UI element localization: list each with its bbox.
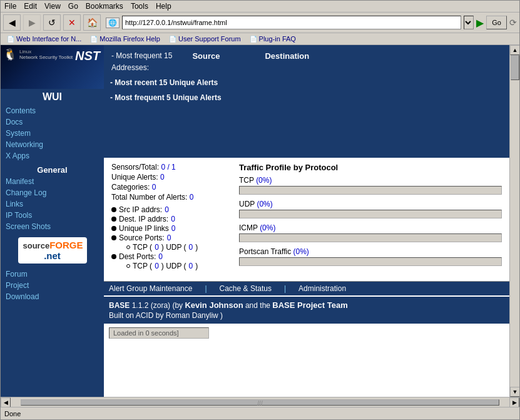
- menu-file[interactable]: File: [4, 2, 16, 11]
- udp-dest-close: ): [195, 262, 198, 270]
- sidebar-general-label: General: [1, 161, 104, 176]
- unique-alerts-line: Unique Alerts: 0: [111, 173, 227, 182]
- sidebar-item-forum[interactable]: Forum: [1, 269, 104, 280]
- stop-button[interactable]: ✕: [63, 14, 81, 31]
- bullet-stats: Src IP addrs: 0 Dest. IP addrs: 0: [111, 205, 227, 270]
- traffic-portscan-pct: (0%): [293, 247, 308, 256]
- penguin-icon: 🐧: [3, 48, 17, 61]
- vscroll-track[interactable]: [510, 55, 519, 387]
- categories-line: Categories: 0: [111, 183, 227, 192]
- sidebar-item-contents[interactable]: Contents: [1, 105, 104, 116]
- status-bar: Done: [1, 407, 519, 419]
- base-by: (by: [172, 301, 185, 310]
- sidebar-item-iptools[interactable]: IP Tools: [1, 210, 104, 221]
- bookmark-web-interface[interactable]: 📄 Web Interface for N...: [3, 34, 85, 43]
- bookmark-firefox-help[interactable]: 📄 Mozilla Firefox Help: [86, 34, 164, 43]
- dest-ports-value: 0: [158, 252, 163, 261]
- hscroll-thumb[interactable]: ///: [21, 399, 499, 406]
- go-button[interactable]: Go: [486, 16, 507, 29]
- src-ip-label: Src IP addrs:: [119, 205, 162, 214]
- base-and: and the: [245, 301, 272, 310]
- bookmark-icon-4: 📄: [250, 36, 257, 43]
- bookmark-icon-1: 📄: [7, 36, 14, 43]
- traffic-udp-pct: (0%): [257, 200, 272, 208]
- sidebar-item-project[interactable]: Project: [1, 280, 104, 291]
- main-content: - Most frequent 15 Source Destination: [104, 45, 509, 397]
- nst-subtitle: Network Security Toolkit: [19, 54, 73, 60]
- sub-bullet-icon-2: [126, 264, 130, 268]
- home-button[interactable]: 🏠: [83, 14, 101, 31]
- browser-window: File Edit View Go Bookmarks Tools Help ◀…: [0, 0, 520, 420]
- play-icon: ▶: [476, 17, 484, 29]
- sep-1: |: [205, 284, 206, 293]
- vscroll-thumb[interactable]: [511, 55, 519, 80]
- vscroll-down-arrow[interactable]: ▼: [510, 387, 519, 397]
- hscroll-right-arrow[interactable]: ▶: [509, 397, 519, 407]
- menu-bookmarks[interactable]: Bookmarks: [86, 2, 123, 11]
- sourceforge-logo[interactable]: sourceFORGE .net: [18, 237, 87, 264]
- total-alerts-value: 0: [190, 193, 194, 202]
- menu-tools[interactable]: Tools: [131, 2, 148, 11]
- menu-go[interactable]: Go: [68, 2, 78, 11]
- forward-button[interactable]: ▶: [23, 14, 41, 31]
- sidebar-item-xapps[interactable]: X Apps: [1, 150, 104, 161]
- source-ports-label: Source Ports:: [119, 233, 165, 242]
- browser-icon: 🌐: [108, 19, 117, 27]
- alert-group-link[interactable]: Alert Group Maintenance: [109, 284, 192, 293]
- sidebar-item-screenshots[interactable]: Screen Shots: [1, 221, 104, 232]
- sidebar-item-docs[interactable]: Docs: [1, 116, 104, 128]
- traffic-icmp-pct: (0%): [260, 223, 275, 232]
- traffic-portscan-bar: [239, 257, 502, 266]
- info-bullet-2: - Most recent 15 Unique Alerts: [110, 78, 503, 87]
- sidebar-item-links[interactable]: Links: [1, 198, 104, 210]
- stats-left: Sensors/Total: 0 / 1 Unique Alerts: 0 Ca…: [111, 163, 227, 271]
- sub-bullet-icon-1: [126, 245, 130, 249]
- stats-area: Sensors/Total: 0 / 1 Unique Alerts: 0 Ca…: [104, 158, 509, 276]
- sidebar-item-manifest[interactable]: Manifest: [1, 176, 104, 187]
- cache-status-link[interactable]: Cache & Status: [220, 284, 272, 293]
- traffic-udp-bar: [239, 210, 502, 218]
- traffic-udp: UDP (0%): [239, 200, 502, 218]
- base-version: 1.1.2 (zora): [132, 301, 170, 310]
- udp-dest-value: 0: [189, 262, 193, 270]
- tcp-source-bullet: TCP ( 0 ) UDP ( 0 ): [119, 243, 227, 252]
- tcp-dest-value: 0: [155, 262, 159, 270]
- tcp-source-value: 0: [155, 243, 159, 252]
- refresh-button[interactable]: ↺: [43, 14, 61, 31]
- menu-view[interactable]: View: [44, 2, 61, 11]
- menu-help[interactable]: Help: [156, 2, 171, 11]
- url-input[interactable]: [122, 16, 461, 29]
- sidebar-item-download[interactable]: Download: [1, 291, 104, 302]
- addresses-label: Addresses:: [111, 63, 149, 72]
- menu-edit[interactable]: Edit: [24, 2, 37, 11]
- col-dest-header: Destination: [252, 51, 322, 61]
- administration-link[interactable]: Administration: [298, 284, 346, 293]
- traffic-profile-title: Traffic Profile by Protocol: [239, 163, 502, 172]
- nst-logo-text: NST: [75, 49, 100, 63]
- bookmarks-bar: 📄 Web Interface for N... 📄 Mozilla Firef…: [1, 33, 519, 45]
- bookmark-label-3: User Support Forum: [178, 35, 241, 43]
- unique-alerts-label: Unique Alerts:: [111, 173, 158, 182]
- tcp-dest-bullet: TCP ( 0 ) UDP ( 0 ): [119, 262, 227, 270]
- sensors-total-line: Sensors/Total: 0 / 1: [111, 163, 227, 172]
- sidebar-item-networking[interactable]: Networking: [1, 139, 104, 150]
- unique-ip-label: Unique IP links: [119, 224, 169, 233]
- bookmark-plugin-faq[interactable]: 📄 Plug-in FAQ: [246, 34, 300, 43]
- hscroll-left-arrow[interactable]: ◀: [1, 397, 11, 407]
- vscroll-up-arrow[interactable]: ▲: [510, 45, 519, 55]
- back-button[interactable]: ◀: [3, 14, 21, 31]
- sensors-total-label: Sensors/Total:: [111, 163, 159, 172]
- dest-ports-label: Dest Ports:: [119, 252, 156, 261]
- sidebar-item-changelog[interactable]: Change Log: [1, 187, 104, 198]
- source-ports-value: 0: [167, 233, 171, 242]
- bookmark-support-forum[interactable]: 📄 User Support Forum: [165, 34, 245, 43]
- sidebar-wui-label: WUI: [1, 89, 104, 105]
- url-dropdown[interactable]: ▼: [464, 16, 474, 29]
- dest-ip-bullet: Dest. IP addrs: 0: [111, 215, 227, 223]
- horizontal-scrollbar[interactable]: ◀ /// ▶: [1, 397, 519, 407]
- status-text: Done: [4, 410, 21, 417]
- traffic-tcp-bar: [239, 186, 502, 195]
- vertical-scrollbar[interactable]: ▲ ▼: [509, 45, 519, 397]
- sidebar-item-system[interactable]: System: [1, 128, 104, 139]
- categories-label: Categories:: [111, 183, 150, 192]
